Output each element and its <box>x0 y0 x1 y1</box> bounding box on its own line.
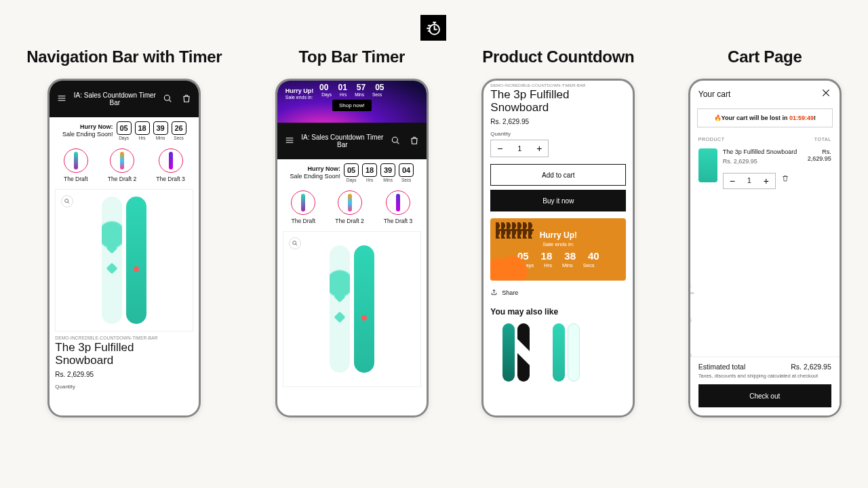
svg-point-1 <box>165 95 170 100</box>
add-to-cart-button[interactable]: Add to cart <box>490 164 626 186</box>
menu-icon[interactable] <box>284 135 295 147</box>
cart-warning: 🔥Your cart will be lost in 01:59:49! <box>697 108 833 127</box>
qty-minus-button[interactable]: − <box>491 140 509 157</box>
buy-now-button[interactable]: Buy it now <box>490 190 626 211</box>
cart-item-row: The 3p Fulfilled Snowboard Rs. 2,629.95 … <box>690 144 840 193</box>
heading-top-timer: Top Bar Timer <box>299 47 406 66</box>
share-button[interactable]: Share <box>490 289 626 296</box>
recommended-item[interactable] <box>553 323 580 382</box>
product-image[interactable] <box>283 231 421 387</box>
heading-nav-timer: Navigation Bar with Timer <box>26 47 222 66</box>
quantity-label: Quantity <box>490 131 626 137</box>
timer-hrs: 18 <box>135 121 150 135</box>
timer-hrs: 18 <box>362 163 377 177</box>
tb-days: 00 <box>319 83 328 92</box>
cart-item-thumb[interactable] <box>698 148 717 182</box>
checkout-button[interactable]: Check out <box>698 384 831 407</box>
qty-minus-button[interactable]: − <box>724 174 741 188</box>
product-name: The 3p Fulfilled Snowboard <box>490 89 626 114</box>
product-countdown-banner: Hurry Up! Sale ends in: 05 18 38 40 Days… <box>490 218 626 281</box>
hurry-line1: Hurry Now: <box>62 123 113 131</box>
draft-item[interactable]: The Draft 2 <box>108 148 137 182</box>
quantity-label: Quantity <box>55 384 193 390</box>
search-icon[interactable] <box>390 135 401 147</box>
qty-plus-button[interactable]: + <box>757 174 775 188</box>
mock-phone-topbar: Hurry Up! Sale ends in: 00 01 57 05 Days… <box>275 79 429 418</box>
bag-icon[interactable] <box>409 135 420 147</box>
timer-days: 05 <box>344 163 359 177</box>
quantity-stepper: − 1 + <box>490 140 549 157</box>
search-icon[interactable] <box>162 93 173 105</box>
zoom-icon[interactable] <box>289 237 301 249</box>
app-header: IA: Sales Countdown Timer Bar <box>50 81 199 117</box>
timer-secs: 26 <box>172 121 186 135</box>
banner-title: Hurry Up! <box>540 230 577 240</box>
svg-point-2 <box>65 199 68 203</box>
app-title: IA: Sales Countdown Timer Bar <box>67 92 162 106</box>
nav-timer-row: Hurry Now: Sale Ending Soon! 05Days 18Hr… <box>50 117 199 142</box>
breadcrumb: DEMO-INCREDIBLE-COUNTDOWN-TIMER-BAR <box>490 83 626 87</box>
qty-value: 1 <box>741 176 757 186</box>
draft-row: The Draft The Draft 2 The Draft 3 <box>50 142 199 182</box>
cart-item-name: The 3p Fulfilled Snowboard <box>723 148 802 156</box>
banner-secs: 40 <box>588 250 599 262</box>
app-logo-icon <box>420 15 446 41</box>
shop-now-button[interactable]: Shop now! <box>332 100 372 111</box>
timer-secs: 04 <box>399 163 414 177</box>
product-image[interactable] <box>55 189 193 331</box>
zoom-icon[interactable] <box>61 195 73 207</box>
topbar-hurry: Hurry Up! <box>285 87 314 95</box>
mock-phone-cart: Your cart 🔥Your cart will be lost in 01:… <box>688 79 842 418</box>
heading-product-countdown: Product Countdown <box>482 47 634 66</box>
cart-item-total: 2,629.95 <box>808 155 831 162</box>
col-total: TOTAL <box>814 137 831 142</box>
nav-timer-row: Hurry Now: Sale Ending Soon! 05Days 18Hr… <box>277 159 427 184</box>
draft-item[interactable]: The Draft 3 <box>384 190 413 224</box>
mock-phone-nav: IA: Sales Countdown Timer Bar Hurry Now:… <box>47 79 201 418</box>
banner-mins: 38 <box>564 250 576 262</box>
menu-icon[interactable] <box>56 93 67 105</box>
top-bar-timer: Hurry Up! Sale ends in: 00 01 57 05 Days… <box>277 81 427 123</box>
tb-hrs: 01 <box>338 83 347 92</box>
background-page-ghost: DE T Rs Qu <box>688 284 704 360</box>
product-price: Rs. 2,629.95 <box>55 371 193 378</box>
cart-qty-stepper: − 1 + <box>723 173 776 189</box>
draft-item[interactable]: The Draft <box>64 148 88 182</box>
draft-item[interactable]: The Draft 3 <box>156 148 185 182</box>
qty-plus-button[interactable]: + <box>530 140 548 157</box>
qty-value: 1 <box>509 144 530 152</box>
col-product: PRODUCT <box>698 137 725 142</box>
app-title: IA: Sales Countdown Timer Bar <box>295 134 390 148</box>
pumpkin-icon <box>490 251 530 281</box>
svg-point-3 <box>392 137 397 142</box>
recommended-item[interactable] <box>502 323 530 382</box>
banner-hrs: 18 <box>541 250 553 262</box>
svg-point-4 <box>292 241 296 245</box>
checkout-footer: Estimated total Rs. 2,629.95 Taxes, disc… <box>690 357 840 415</box>
recommended-row <box>490 323 626 382</box>
cart-title: Your cart <box>698 89 731 99</box>
estimated-total-value: Rs. 2,629.95 <box>791 363 831 371</box>
timer-mins: 39 <box>153 121 168 135</box>
hurry-line2: Sale Ending Soon! <box>62 131 113 138</box>
timer-mins: 39 <box>380 163 395 177</box>
estimated-total-label: Estimated total <box>698 363 745 371</box>
heading-cart-page: Cart Page <box>728 47 802 66</box>
app-header: IA: Sales Countdown Timer Bar <box>277 123 427 159</box>
close-icon[interactable] <box>821 87 831 100</box>
breadcrumb: DEMO-INCREDIBLE-COUNTDOWN-TIMER-BAR <box>55 336 193 340</box>
timer-days: 05 <box>117 121 132 135</box>
cart-item-price: Rs. 2,629.95 <box>723 158 802 165</box>
you-may-also-like: You may also like <box>490 307 626 317</box>
bag-icon[interactable] <box>181 93 192 105</box>
product-price: Rs. 2,629.95 <box>490 118 626 125</box>
product-name: The 3p Fulfilled Snowboard <box>55 342 193 367</box>
trash-icon[interactable] <box>781 174 789 184</box>
draft-item[interactable]: The Draft 2 <box>335 190 364 224</box>
topbar-sub: Sale ends in: <box>285 95 314 100</box>
tax-note: Taxes, discounts and shipping calculated… <box>698 373 831 379</box>
tb-secs: 05 <box>375 83 384 92</box>
mock-phone-product: DEMO-INCREDIBLE-COUNTDOWN-TIMER-BAR The … <box>481 79 635 418</box>
draft-item[interactable]: The Draft <box>291 190 315 224</box>
banner-sub: Sale ends in: <box>542 241 574 247</box>
